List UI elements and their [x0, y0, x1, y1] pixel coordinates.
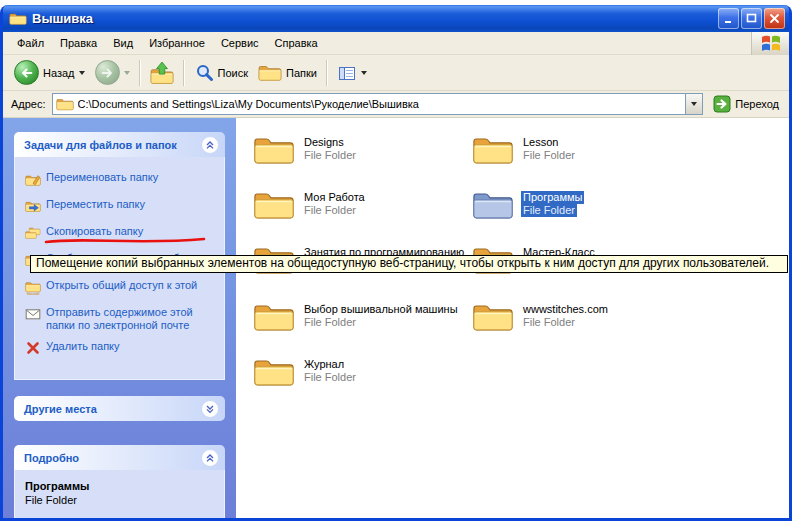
address-value: C:\Documents and Settings\Liza\My Docume…	[78, 98, 682, 110]
folder-up-icon	[150, 61, 174, 85]
file-lesson[interactable]: LessonFile Folder	[472, 133, 577, 166]
tasks-panel-header[interactable]: Задачи для файлов и папок	[14, 132, 225, 157]
chevron-up-icon[interactable]	[201, 136, 219, 154]
task-move-folder[interactable]: Переместить папку	[25, 198, 218, 217]
rename-icon	[25, 171, 41, 190]
move-icon	[25, 198, 41, 217]
menu-view[interactable]: Вид	[105, 33, 141, 53]
views-dropdown-icon	[361, 71, 367, 75]
task-delete-folder[interactable]: Удалить папку	[25, 340, 218, 359]
file-designs[interactable]: DesignsFile Folder	[253, 133, 358, 166]
panel-other-places: Другие места	[14, 396, 225, 421]
menu-file[interactable]: Файл	[9, 33, 52, 53]
folder-icon	[253, 300, 295, 333]
toolbar-separator	[326, 60, 328, 86]
delete-icon	[25, 340, 41, 359]
dropdown-caret-icon	[691, 102, 697, 106]
views-icon	[337, 63, 357, 83]
address-input[interactable]: C:\Documents and Settings\Liza\My Docume…	[52, 93, 704, 115]
folder-icon	[253, 188, 295, 221]
details-header[interactable]: Подробно	[14, 445, 225, 470]
window-folder-icon	[9, 11, 27, 26]
forward-dropdown-icon	[124, 71, 130, 75]
file-zhurnal[interactable]: ЖурналFile Folder	[253, 355, 358, 388]
copy-icon	[25, 225, 41, 244]
window-title: Вышивка	[32, 11, 711, 26]
toolbar: Назад Поиск Папки	[3, 55, 789, 91]
go-button[interactable]: Переход	[709, 93, 783, 115]
folder-icon-selected	[472, 188, 514, 221]
search-icon	[194, 63, 214, 83]
folder-icon	[472, 300, 514, 333]
email-icon	[25, 306, 41, 332]
views-button[interactable]	[332, 61, 372, 85]
up-button[interactable]	[145, 59, 179, 87]
windows-logo-icon	[751, 32, 789, 55]
folder-icon	[472, 133, 514, 166]
content-area: Задачи для файлов и папок Переименовать …	[3, 118, 789, 518]
file-moya-rabota[interactable]: Моя РаботаFile Folder	[253, 188, 367, 221]
address-dropdown-button[interactable]	[685, 94, 702, 114]
address-bar: Адрес: C:\Documents and Settings\Liza\My…	[3, 91, 789, 118]
chevron-up-icon[interactable]	[201, 449, 219, 467]
file-vybor-vyshivalnoy-mashiny[interactable]: Выбор вышивальной машиныFile Folder	[253, 300, 460, 333]
details-title: Подробно	[24, 452, 79, 464]
back-icon	[14, 60, 39, 85]
forward-button[interactable]	[90, 58, 135, 87]
address-label: Адрес:	[11, 98, 46, 110]
menu-favorites[interactable]: Избранное	[141, 33, 213, 53]
details-type: File Folder	[25, 494, 218, 506]
titlebar[interactable]: Вышивка	[3, 5, 789, 32]
back-button[interactable]: Назад	[9, 58, 90, 87]
go-label: Переход	[735, 98, 779, 110]
toolbar-separator	[139, 60, 141, 86]
panel-details: Подробно Программы File Folder Изменен: …	[14, 445, 225, 518]
file-programmy[interactable]: ПрограммыFile Folder	[472, 188, 584, 221]
folder-contents[interactable]: DesignsFile Folder LessonFile Folder Моя…	[236, 118, 789, 518]
back-label: Назад	[43, 67, 75, 79]
task-pane-sidebar: Задачи для файлов и папок Переименовать …	[3, 118, 236, 518]
toolbar-separator	[183, 60, 185, 86]
go-icon	[713, 95, 731, 113]
search-label: Поиск	[218, 67, 248, 79]
task-copy-folder[interactable]: Скопировать папку	[25, 225, 218, 244]
back-dropdown-icon	[79, 71, 85, 75]
menu-edit[interactable]: Правка	[52, 33, 105, 53]
task-rename-folder[interactable]: Переименовать папку	[25, 171, 218, 190]
address-folder-icon	[56, 97, 74, 111]
folder-icon	[253, 355, 295, 388]
other-places-title: Другие места	[24, 403, 97, 415]
minimize-button[interactable]	[718, 8, 739, 29]
file-wwwstitches-com[interactable]: wwwstitches.comFile Folder	[472, 300, 610, 333]
details-name: Программы	[25, 480, 218, 492]
details-body: Программы File Folder Изменен: 1 февраля…	[14, 470, 225, 518]
menubar: Файл Правка Вид Избранное Сервис Справка	[3, 32, 789, 55]
chevron-down-icon[interactable]	[201, 400, 219, 418]
forward-icon	[95, 60, 120, 85]
menu-help[interactable]: Справка	[267, 33, 326, 53]
search-button[interactable]: Поиск	[189, 61, 253, 85]
folders-button[interactable]: Папки	[253, 61, 322, 84]
folders-label: Папки	[286, 67, 317, 79]
close-button[interactable]	[764, 8, 785, 29]
menu-tools[interactable]: Сервис	[213, 33, 267, 53]
maximize-button[interactable]	[741, 8, 762, 29]
other-places-header[interactable]: Другие места	[14, 396, 225, 421]
task-email-folder[interactable]: Отправить содержимое этой папки по элект…	[25, 306, 218, 332]
tasks-panel-title: Задачи для файлов и папок	[24, 139, 177, 151]
window-controls	[716, 8, 785, 29]
share-icon	[25, 279, 41, 298]
task-share-folder[interactable]: Открыть общий доступ к этой	[25, 279, 218, 298]
folders-icon	[258, 63, 282, 82]
publish-tooltip: Помещение копий выбранных элементов на о…	[30, 255, 788, 273]
folder-icon	[253, 133, 295, 166]
